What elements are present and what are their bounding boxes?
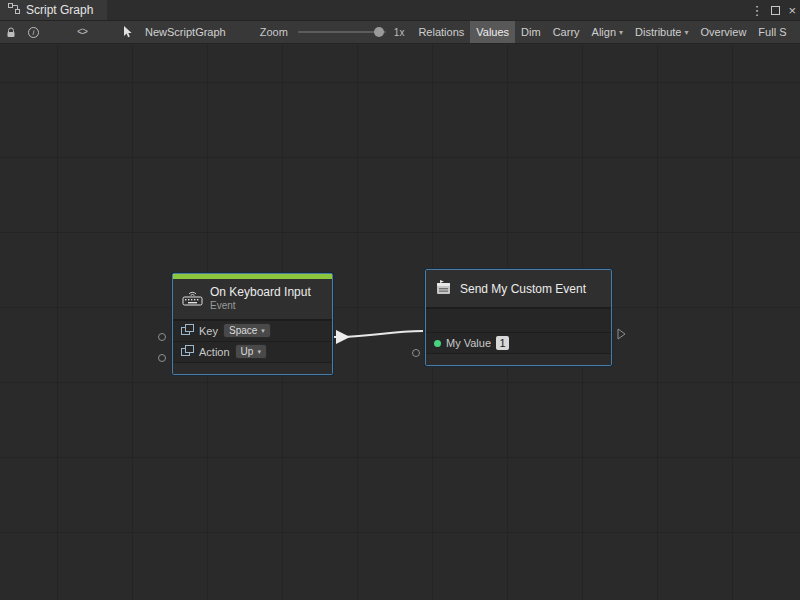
close-icon[interactable]: × — [788, 4, 796, 17]
node-header[interactable]: Send My Custom Event — [426, 270, 611, 308]
pointer-icon — [117, 21, 139, 43]
fullscreen-button[interactable]: Full S — [752, 21, 792, 43]
chevron-down-icon: ▾ — [257, 348, 261, 356]
external-port-action[interactable] — [158, 354, 166, 362]
menu-icon[interactable]: ⋮ — [750, 4, 763, 17]
zoom-slider[interactable] — [298, 31, 386, 33]
tab-script-graph[interactable]: Script Graph — [0, 0, 107, 20]
graph-name[interactable]: NewScriptGraph — [145, 26, 226, 38]
port-row-key: Key Space ▾ — [173, 320, 332, 341]
overview-button[interactable]: Overview — [695, 21, 753, 43]
dim-button[interactable]: Dim — [515, 21, 547, 43]
info-icon[interactable]: i — [22, 21, 45, 43]
values-button[interactable]: Values — [470, 21, 515, 43]
connection-wire-layer — [0, 45, 800, 600]
zoom-value: 1x — [394, 27, 405, 38]
port-label-key: Key — [199, 325, 218, 337]
external-flow-port[interactable] — [617, 326, 626, 344]
node-on-keyboard-input[interactable]: On Keyboard Input Event Key Space ▾ — [172, 273, 333, 375]
script-graph-window: Script Graph ⋮ × i <> NewScriptGraph Zoo… — [0, 0, 800, 600]
port-label-action: Action — [199, 346, 230, 358]
node-subtitle: Event — [210, 300, 311, 313]
node-title: Send My Custom Event — [460, 282, 586, 296]
graph-canvas[interactable]: On Keyboard Input Event Key Space ▾ — [0, 45, 800, 600]
window-controls: ⋮ × — [750, 0, 796, 21]
flow-row — [426, 308, 611, 332]
port-row-my-value: My Value 1 — [426, 332, 611, 353]
chevron-down-icon: ▾ — [685, 28, 689, 37]
toolbar-buttons: Relations Values Dim Carry Align▾ Distri… — [412, 21, 792, 43]
zoom-label: Zoom — [260, 26, 288, 38]
script-graph-icon — [8, 3, 20, 17]
maximize-icon[interactable] — [771, 6, 780, 15]
field-icon — [181, 345, 194, 358]
external-port-my-value[interactable] — [412, 349, 420, 357]
my-value-input[interactable]: 1 — [496, 336, 509, 350]
align-button[interactable]: Align▾ — [586, 21, 629, 43]
custom-event-icon — [435, 280, 453, 298]
relations-button[interactable]: Relations — [412, 21, 470, 43]
chevron-down-icon: ▾ — [619, 28, 623, 37]
key-dropdown[interactable]: Space ▾ — [223, 323, 271, 338]
node-titles: On Keyboard Input Event — [210, 285, 311, 313]
field-icon — [181, 324, 194, 337]
node-header[interactable]: On Keyboard Input Event — [173, 279, 332, 320]
lock-icon[interactable] — [0, 21, 22, 43]
graph-toolbar: i <> NewScriptGraph Zoom 1x Relations Va… — [0, 21, 800, 44]
tab-title: Script Graph — [26, 3, 93, 17]
wire-arrowhead-icon — [336, 330, 350, 344]
node-title: On Keyboard Input — [210, 285, 311, 300]
action-dropdown[interactable]: Up ▾ — [235, 344, 267, 359]
node-footer — [426, 353, 611, 365]
tab-bar: Script Graph ⋮ × — [0, 0, 800, 21]
code-icon[interactable]: <> — [71, 21, 93, 43]
distribute-button[interactable]: Distribute▾ — [629, 21, 694, 43]
chevron-down-icon: ▾ — [261, 327, 265, 335]
value-port-dot[interactable] — [434, 340, 441, 347]
carry-button[interactable]: Carry — [547, 21, 586, 43]
port-row-action: Action Up ▾ — [173, 341, 332, 362]
keyboard-icon — [182, 290, 203, 308]
external-port-key[interactable] — [158, 333, 166, 341]
node-footer — [173, 362, 332, 374]
port-label-my-value: My Value — [446, 337, 491, 349]
zoom-slider-handle[interactable] — [374, 27, 384, 37]
node-send-my-custom-event[interactable]: Send My Custom Event My Value 1 — [425, 269, 612, 366]
